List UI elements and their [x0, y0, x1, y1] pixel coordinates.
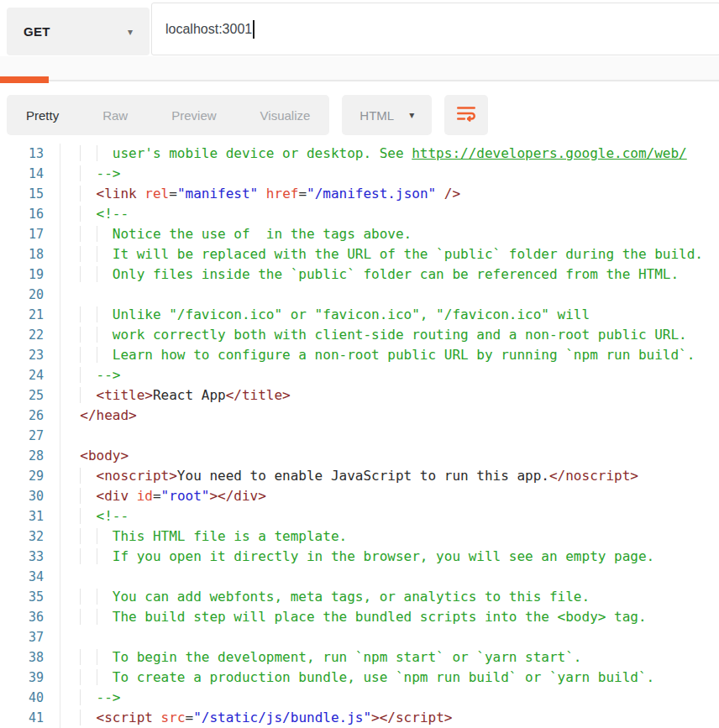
- url-input[interactable]: localhost:3001: [151, 3, 719, 55]
- code-line-content: Notice the use of in the tags above.: [60, 224, 412, 244]
- code-line: 40 -->: [0, 688, 719, 708]
- indent-guide: [80, 548, 96, 564]
- code-token: "/manifest.json": [307, 186, 436, 202]
- code-line-content: user's mobile device or desktop. See htt…: [60, 144, 687, 164]
- format-select[interactable]: HTML ▾: [342, 95, 432, 135]
- request-bar: GET ▾ localhost:3001: [0, 0, 719, 56]
- line-number: 34: [0, 567, 60, 587]
- indent-guide: [80, 669, 96, 685]
- code-token: -->: [97, 165, 121, 181]
- code-token: ></div>: [209, 488, 265, 504]
- code-token: =: [169, 186, 177, 202]
- code-token: Notice the use of in the tags above.: [113, 226, 412, 242]
- view-tab-group: PrettyRawPreviewVisualize: [7, 95, 329, 135]
- code-line-content: It will be replaced with the URL of the …: [60, 244, 703, 264]
- format-label: HTML: [360, 108, 394, 123]
- indent-guide: [97, 327, 113, 343]
- code-token: This HTML file is a template.: [113, 528, 347, 544]
- code-line: 33 If you open it directly in the browse…: [0, 547, 719, 567]
- line-number: 35: [0, 587, 60, 607]
- tab-visualize[interactable]: Visualize: [260, 108, 311, 123]
- code-line-content: You can add webfonts, meta tags, or anal…: [60, 587, 590, 607]
- tab-pretty[interactable]: Pretty: [26, 108, 59, 123]
- line-number: 16: [0, 204, 60, 224]
- indent-guide: [80, 367, 96, 383]
- line-number: 31: [0, 506, 60, 526]
- line-number: 21: [0, 305, 60, 325]
- chevron-down-icon: ▾: [128, 27, 133, 37]
- code-line: 14 -->: [0, 164, 719, 184]
- line-number: 22: [0, 325, 60, 345]
- response-toolbar: PrettyRawPreviewVisualize HTML ▾: [7, 95, 712, 135]
- indent-guide: [97, 246, 113, 262]
- indent-guide: [80, 266, 96, 282]
- code-token: <link: [97, 186, 137, 202]
- line-number: 36: [0, 607, 60, 627]
- indent-guide: [97, 306, 113, 322]
- code-token: rel: [144, 186, 169, 202]
- indent-guide: [80, 387, 96, 403]
- code-token: -->: [97, 689, 121, 705]
- indent-guide: [97, 347, 113, 363]
- text-caret: [253, 20, 255, 39]
- code-line-content: <script src="/static/js/bundle.js"></scr…: [60, 708, 452, 728]
- line-number: 29: [0, 466, 60, 486]
- code-line-content: [60, 627, 64, 647]
- indent-guide: [97, 226, 113, 242]
- indent-guide: [80, 689, 96, 705]
- indent-guide: [80, 226, 96, 242]
- code-line: 17 Notice the use of in the tags above.: [0, 224, 719, 244]
- code-line: 31 <!--: [0, 506, 719, 526]
- code-line-content: <body>: [60, 446, 129, 466]
- code-token: -->: [97, 367, 121, 383]
- tab-raw[interactable]: Raw: [102, 108, 128, 123]
- code-token: <div: [97, 488, 129, 504]
- indent-guide: [97, 649, 113, 665]
- code-token: [129, 488, 137, 504]
- code-token: <script: [97, 710, 153, 725]
- method-label: GET: [24, 24, 50, 39]
- line-number: 38: [0, 647, 60, 668]
- code-token: React App: [153, 387, 226, 403]
- code-line: 25 <title>React App</title>: [0, 385, 719, 406]
- code-token: "/static/js/bundle.js": [193, 710, 371, 725]
- code-line: 13 user's mobile device or desktop. See …: [0, 144, 719, 164]
- indent-guide: [80, 468, 96, 484]
- indent-guide: [80, 327, 96, 343]
- indent-guide: [97, 669, 113, 685]
- code-token: ></script>: [371, 710, 452, 725]
- code-token: <!--: [97, 206, 129, 222]
- wrap-text-button[interactable]: [444, 95, 488, 135]
- url-text: localhost:3001: [165, 22, 252, 37]
- method-select[interactable]: GET ▾: [7, 8, 150, 55]
- comment-link[interactable]: https://developers.google.com/web/: [412, 145, 687, 161]
- code-line: 24 -->: [0, 365, 719, 385]
- indent-guide: [80, 347, 96, 363]
- code-line: 18 It will be replaced with the URL of t…: [0, 244, 719, 264]
- code-token: The build step will place the bundled sc…: [113, 609, 647, 625]
- line-number: 13: [0, 144, 60, 164]
- code-line: 27: [0, 426, 719, 446]
- code-line: 23 Learn how to configure a non-root pub…: [0, 345, 719, 365]
- code-token: [436, 186, 444, 202]
- code-token: Learn how to configure a non-root public…: [113, 347, 695, 363]
- indent-guide: [97, 609, 113, 625]
- code-line: 21 Unlike "/favicon.ico" or "favicon.ico…: [0, 305, 719, 325]
- code-token: You can add webfonts, meta tags, or anal…: [113, 589, 590, 605]
- code-line-content: <!--: [60, 204, 129, 224]
- line-number: 30: [0, 486, 60, 506]
- code-line-content: The build step will place the bundled sc…: [60, 607, 647, 627]
- indent-guide: [80, 649, 96, 665]
- code-line: 36 The build step will place the bundled…: [0, 607, 719, 627]
- line-number: 24: [0, 365, 60, 385]
- code-editor[interactable]: 13 user's mobile device or desktop. See …: [0, 144, 719, 728]
- code-line-content: -->: [60, 164, 120, 184]
- indent-guide: [97, 266, 113, 282]
- code-token: </head>: [80, 407, 136, 423]
- code-line: 35 You can add webfonts, meta tags, or a…: [0, 587, 719, 607]
- tab-preview[interactable]: Preview: [171, 108, 216, 123]
- code-line-content: -->: [60, 365, 120, 385]
- indent-guide: [97, 528, 113, 544]
- code-token: id: [137, 488, 153, 504]
- code-line-content: To begin the development, run `npm start…: [60, 647, 582, 668]
